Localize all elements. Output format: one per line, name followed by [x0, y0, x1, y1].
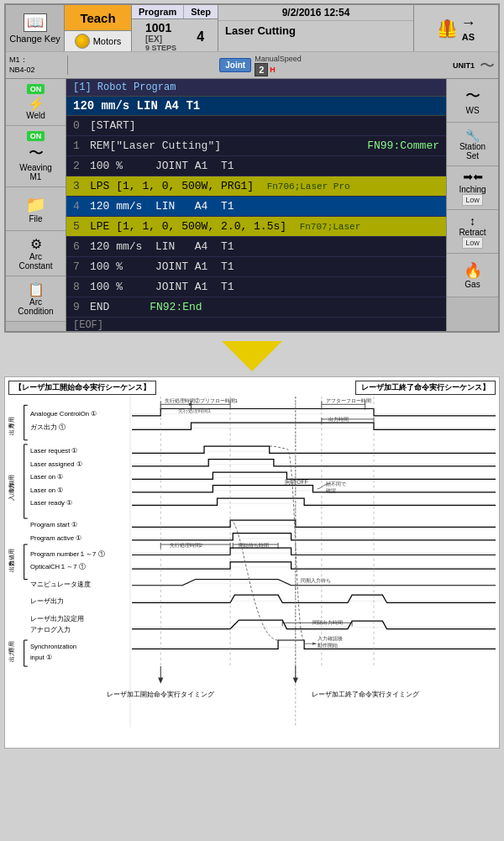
program-number: 1001: [145, 21, 176, 34]
svg-text:Laser request ①: Laser request ①: [30, 447, 78, 455]
svg-text:Program number１～7 ①: Program number１～7 ①: [30, 550, 105, 558]
down-arrow-icon: [222, 341, 282, 371]
sidebar-arc-condition-button[interactable]: 📋 ArcCondition: [6, 276, 66, 322]
arc-constant-icon: ⚙: [30, 236, 42, 252]
svg-text:確認: 確認: [325, 487, 336, 493]
manual-speed-label: ManualSpeed: [255, 55, 302, 63]
datetime-desc-block: 9/2/2016 12:54 Laser Cutting: [218, 5, 414, 51]
sidebar-file-button[interactable]: 📁 File: [6, 187, 66, 231]
motors-label: Motors: [93, 36, 122, 46]
code-line-4: 4 120 mm/s LIN A4 T1: [66, 197, 446, 217]
svg-text:出力: 出力: [8, 650, 15, 662]
m1-block: M1：NB4-02: [9, 55, 68, 75]
svg-text:間隔出力時間: 間隔出力時間: [312, 619, 343, 625]
change-key-button[interactable]: 📖 Change Key: [6, 5, 65, 51]
code-line-2: 2 100 % JOINT A1 T1: [66, 156, 446, 176]
arc-constant-label: ArcConstant: [18, 252, 52, 271]
svg-text:頻不同で: 頻不同で: [326, 481, 347, 486]
svg-text:Laser on ①: Laser on ①: [30, 473, 63, 481]
left-sidebar: ON ⚡ Weld ON 〜 WeavingM1 📁 File ⚙ ArcCon…: [6, 79, 66, 331]
code-header: [1] Robot Program: [66, 79, 446, 97]
svg-text:マニピュレータ速度: マニピュレータ速度: [30, 581, 91, 588]
svg-text:入出力: 入出力: [8, 483, 15, 501]
sidebar-weaving-button[interactable]: ON 〜 WeavingM1: [6, 126, 66, 187]
prog-step-bottom: 1001 [EX] 9 STEPS 4: [132, 19, 218, 54]
svg-text:先行処理時間2: 先行処理時間2: [170, 542, 203, 548]
speed-block: Joint ManualSpeed 2 H: [71, 55, 449, 76]
program-step-block: Program Step 1001 [EX] 9 STEPS 4: [132, 5, 218, 51]
svg-text:Synchronization: Synchronization: [30, 643, 76, 650]
timing-diagram-svg: 専用 出力 Analogue ControlOn ① ガス出力 ① 制御用 入出…: [8, 397, 496, 744]
header-row: 📖 Change Key Teach Motors Program Step: [6, 5, 498, 52]
motors-button[interactable]: Motors: [65, 31, 131, 51]
second-header: M1：NB4-02 Joint ManualSpeed 2 H UNIT1 〜: [6, 52, 498, 79]
worker-as-block: 🦺 → AS: [437, 14, 476, 42]
inching-icon2: ⬇: [471, 172, 485, 182]
code-line-1: 1 REM["Laser Cutting"] FN99:Commer: [66, 136, 446, 156]
timing-titles: 【レーザ加工開始命令実行シーケンス】 レーザ加工終了命令実行シーケンス】: [8, 381, 496, 395]
retract-label: Retract: [459, 228, 486, 237]
sidebar-weld-button[interactable]: ON ⚡ Weld: [6, 79, 66, 126]
right-sidebar: 〜 WS 🔧 StationSet ⬆ ⬇ Inching Low ↕ Retr…: [446, 79, 498, 331]
sidebar-ws-button[interactable]: 〜 WS: [447, 79, 498, 123]
sidebar-station-set-button[interactable]: 🔧 StationSet: [447, 123, 498, 166]
program-sub: [EX]: [145, 34, 176, 44]
top-panel: 📖 Change Key Teach Motors Program Step: [4, 3, 500, 333]
m1-label: M1：NB4-02: [9, 55, 35, 74]
sidebar-retract-button[interactable]: ↕ Retract Low: [447, 210, 498, 254]
file-icon: 📁: [25, 194, 46, 214]
code-line-3: 3 LPS [1, 1, 0, 500W, PRG1] Fn706;Laser …: [66, 176, 446, 197]
worker-icon: 🦺: [437, 18, 458, 39]
program-header: Program: [132, 5, 184, 18]
file-label: File: [29, 214, 42, 223]
wave-icon: 〜: [480, 55, 495, 76]
step-header: Step: [184, 5, 218, 18]
sidebar-arc-constant-button[interactable]: ⚙ ArcConstant: [6, 231, 66, 276]
speed-indicator: 2 H: [255, 63, 302, 76]
svg-rect-0: [8, 397, 496, 744]
code-line-9: 9 END FN92:End: [66, 297, 446, 318]
svg-text:プリフロー時間1: プリフロー時間1: [200, 397, 239, 403]
svg-text:同時OFF: 同時OFF: [285, 479, 307, 485]
retract-low-badge: Low: [462, 237, 483, 249]
svg-text:アナログ入力: アナログ入力: [30, 626, 71, 633]
code-line-6: 6 120 mm/s LIN A4 T1: [66, 237, 446, 257]
on-badge-weaving: ON: [27, 131, 45, 141]
joint-button[interactable]: Joint: [219, 58, 251, 72]
svg-text:同期入力待ち: 同期入力待ち: [301, 577, 331, 583]
code-line-8: 8 100 % JOINT A1 T1: [66, 277, 446, 297]
motors-circle-icon: [75, 34, 90, 49]
weaving-label: WeavingM1: [19, 163, 52, 181]
speed-value: 2: [255, 63, 268, 76]
eof-line: [EOF]: [66, 318, 446, 331]
weaving-icon: 〜: [29, 143, 44, 163]
as-label: AS: [462, 32, 475, 42]
teach-button[interactable]: Teach: [65, 5, 131, 31]
ws-label: WS: [465, 106, 479, 115]
svg-text:レーザ加工終了命令実行タイミング: レーザ加工終了命令実行タイミング: [312, 691, 420, 698]
svg-text:出力時間: 出力時間: [328, 416, 349, 422]
svg-text:開始待ち時間: 開始待ち時間: [239, 542, 269, 548]
timing-title-left: 【レーザ加工開始命令実行シーケンス】: [8, 381, 156, 395]
gas-icon: 🔥: [464, 261, 482, 280]
sidebar-inching-button[interactable]: ⬆ ⬇ Inching Low: [447, 166, 498, 210]
on-badge-weld: ON: [27, 84, 45, 94]
station-icon: 🔧: [465, 129, 480, 142]
as-block: → AS: [461, 14, 476, 42]
sidebar-gas-button[interactable]: 🔥 Gas: [447, 254, 498, 297]
weld-label: Weld: [26, 111, 45, 120]
inching-low-badge: Low: [462, 194, 483, 206]
unit-ws-block: UNIT1 〜: [453, 55, 495, 76]
arc-condition-label: ArcCondition: [18, 297, 53, 316]
weld-icon: ⚡: [26, 96, 46, 111]
svg-text:ガス出力 ①: ガス出力 ①: [30, 423, 66, 431]
steps-label: 9 STEPS: [145, 44, 176, 52]
svg-text:レーザ出力設定用: レーザ出力設定用: [30, 615, 84, 623]
program-number-block: 1001 [EX] 9 STEPS: [145, 21, 176, 52]
svg-text:OpticalCH１～7 ①: OpticalCH１～7 ①: [30, 563, 86, 570]
code-line-5: 5 LPE [1, 1, 0, 500W, 2.0, 1.5s] Fn707;L…: [66, 217, 446, 237]
timing-title-right: レーザ加工終了命令実行シーケンス】: [355, 381, 496, 395]
unit-label: UNIT1: [453, 61, 475, 70]
ws-icon: 〜: [465, 86, 480, 106]
svg-text:レーザ出力: レーザ出力: [30, 597, 64, 605]
